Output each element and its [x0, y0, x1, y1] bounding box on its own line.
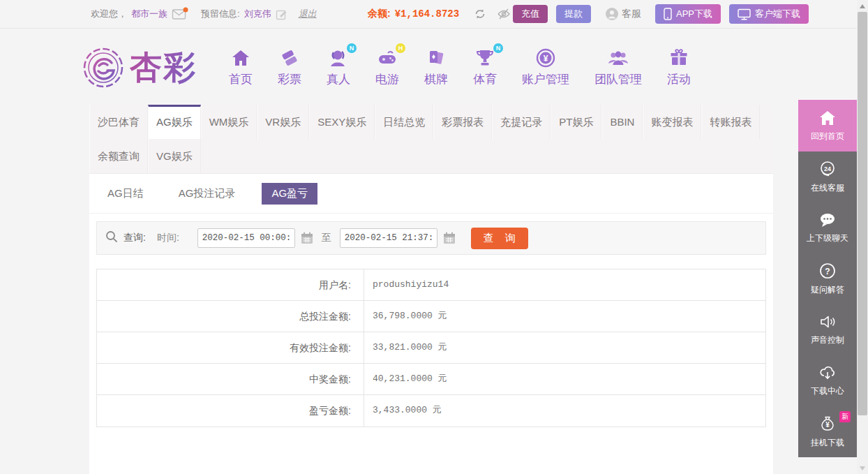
nav-label: 首页 [229, 71, 253, 87]
site-logo[interactable]: 杏彩 [82, 46, 197, 89]
page: 欢迎您， 都市一族 预留信息: 刘克伟 退出 余额: ¥1,164.8723 充… [0, 0, 868, 474]
withdraw-button[interactable]: 提款 [556, 5, 591, 23]
refresh-icon[interactable] [473, 7, 487, 21]
nav-item-account-management[interactable]: ¥ 账户管理 [522, 46, 569, 87]
tab-bbin[interactable]: BBIN [601, 105, 643, 139]
row-label: 用户名: [97, 269, 364, 300]
service-avatar-icon [605, 7, 619, 21]
nav-item-home[interactable]: 首页 [229, 46, 253, 87]
app-download-label: APP下载 [676, 8, 712, 20]
tab-vr-entertainment[interactable]: VR娱乐 [257, 105, 309, 139]
client-download-label: 客户端下载 [755, 8, 800, 20]
scrollbar-down-arrow[interactable] [857, 462, 868, 474]
main-content-card: 沙巴体育 AG娱乐 WM娱乐 VR娱乐 SEXY娱乐 日结总览 彩票报表 充提记… [89, 105, 773, 474]
home-icon [818, 110, 837, 126]
nav-label: 团队管理 [594, 71, 642, 87]
service-link[interactable]: 客服 [622, 8, 641, 20]
svg-text:?: ? [825, 267, 830, 276]
n-badge: N [347, 43, 357, 53]
gamepad-icon: H [377, 46, 398, 68]
tab-transfer-report[interactable]: 转账报表 [701, 105, 760, 139]
scrollbar[interactable] [857, 0, 868, 474]
nav-label: 体育 [473, 71, 497, 87]
tab-deposit-withdraw-records[interactable]: 充提记录 [492, 105, 551, 139]
nav-item-board-games[interactable]: 棋牌 [424, 46, 448, 87]
tab-daily-overview[interactable]: 日结总览 [375, 105, 433, 139]
edit-icon[interactable] [276, 8, 287, 20]
tab-pt-entertainment[interactable]: PT娱乐 [551, 105, 601, 139]
sidebar-item-download-center[interactable]: 下载中心 [798, 355, 857, 406]
sidebar-item-sound-control[interactable]: 声音控制 [798, 304, 857, 355]
row-value: 3,433.0000 元 [364, 395, 765, 427]
svg-text:24: 24 [824, 165, 831, 172]
action-buttons: 充值 提款 客服 APP下载 客户端下载 [513, 0, 809, 28]
tab-ag-entertainment[interactable]: AG娱乐 [148, 105, 201, 139]
sidebar-label: 声音控制 [811, 334, 844, 346]
nav-item-team-management[interactable]: 团队管理 [594, 46, 642, 87]
date-from-input[interactable] [197, 228, 295, 248]
nav-item-lottery[interactable]: 彩票 [278, 46, 301, 87]
tab-lottery-report[interactable]: 彩票报表 [433, 105, 492, 139]
tab-shaba-sports[interactable]: 沙巴体育 [89, 105, 148, 139]
tab-account-change-report[interactable]: 账变报表 [643, 105, 701, 139]
calendar-to-icon[interactable] [443, 232, 456, 244]
search-icon [105, 230, 118, 246]
tab-wm-entertainment[interactable]: WM娱乐 [201, 105, 257, 139]
team-people-icon [607, 46, 629, 68]
date-to-input[interactable] [340, 228, 437, 248]
subtab-ag-profit-loss[interactable]: AG盈亏 [262, 183, 317, 205]
subtab-ag-daily[interactable]: AG日结 [99, 183, 152, 205]
lottery-tickets-icon [279, 46, 300, 68]
cards-icon [426, 46, 447, 68]
sidebar-item-chat[interactable]: 上下级聊天 [798, 202, 857, 253]
logout-link[interactable]: 退出 [299, 8, 317, 20]
money-bag-icon: ¥ [818, 415, 837, 433]
nav-label: 真人 [327, 71, 350, 87]
nav-item-sports[interactable]: N 体育 [473, 46, 497, 87]
sidebar-item-online-service[interactable]: 24 在线客服 [798, 151, 857, 202]
tab-sexy-entertainment[interactable]: SEXY娱乐 [309, 105, 375, 139]
between-label: 至 [322, 232, 331, 244]
sidebar-item-hangup-download[interactable]: 新 ¥ 挂机下载 [798, 406, 857, 457]
nav-item-egames[interactable]: H 电游 [375, 46, 399, 87]
phone-icon [664, 8, 672, 20]
chat-bubble-icon [818, 212, 837, 228]
query-bar: 查询: 时间: 至 查 询 [96, 221, 766, 255]
live-dealer-icon: N [328, 46, 349, 68]
time-label: 时间: [157, 232, 179, 244]
subtab-ag-bet-records[interactable]: AG投注记录 [170, 183, 244, 205]
main-nav: 首页 彩票 N 真人 H 电游 棋牌 [229, 46, 691, 87]
tab-balance-query[interactable]: 余额查询 [89, 139, 148, 173]
nav-item-live-casino[interactable]: N 真人 [327, 46, 350, 87]
top-bar: 欢迎您， 都市一族 预留信息: 刘克伟 退出 余额: ¥1,164.8723 充… [0, 0, 857, 29]
query-submit-button[interactable]: 查 询 [471, 228, 528, 249]
row-label: 盈亏金额: [97, 395, 364, 427]
calendar-from-icon[interactable] [301, 232, 313, 244]
mail-icon[interactable] [172, 7, 188, 21]
reserved-name: 刘克伟 [244, 8, 271, 20]
sidebar-label: 在线客服 [811, 182, 844, 194]
client-download-button[interactable]: 客户端下载 [729, 4, 809, 24]
welcome-text: 欢迎您， [91, 8, 127, 20]
svg-text:¥: ¥ [825, 421, 830, 429]
row-value: produshiyizu14 [364, 269, 765, 300]
reserved-info-label: 预留信息: [201, 8, 240, 20]
recharge-button[interactable]: 充值 [513, 5, 548, 23]
table-row: 盈亏金额: 3,433.0000 元 [97, 395, 765, 427]
tab-vg-entertainment[interactable]: VG娱乐 [148, 139, 201, 173]
sidebar-label: 上下级聊天 [807, 232, 848, 244]
balance-label: 余额: [368, 8, 391, 20]
app-download-button[interactable]: APP下载 [655, 4, 721, 24]
eye-off-icon[interactable] [497, 8, 511, 20]
sidebar-label: 回到首页 [811, 131, 844, 142]
ag-subtabs: AG日结 AG投注记录 AG盈亏 [89, 174, 773, 214]
scrollbar-up-arrow[interactable] [857, 0, 868, 12]
nav-item-promotions[interactable]: 活动 [667, 46, 691, 87]
cloud-download-icon [818, 364, 837, 381]
sidebar-item-faq[interactable]: ? 疑问解答 [798, 253, 857, 304]
scrollbar-thumb[interactable] [858, 12, 867, 415]
sidebar-item-back-home[interactable]: 回到首页 [798, 100, 857, 151]
welcome-group: 欢迎您， 都市一族 预留信息: 刘克伟 退出 [91, 0, 317, 28]
quick-sidebar: 回到首页 24 在线客服 上下级聊天 ? 疑问解答 声音控制 下载中心 新 ¥ … [798, 100, 857, 457]
h-badge: H [396, 43, 405, 53]
